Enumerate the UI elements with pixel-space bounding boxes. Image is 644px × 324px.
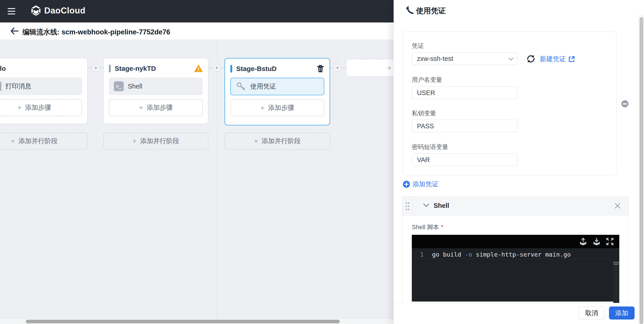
username-variable-input[interactable]	[412, 87, 517, 99]
horizontal-scrollbar[interactable]	[0, 318, 394, 324]
required-mark: *	[441, 224, 444, 230]
new-credential-link[interactable]: 新建凭证	[540, 55, 575, 64]
horizontal-scrollbar-thumb[interactable]	[26, 320, 340, 323]
drawer-footer: 取消 添加	[394, 303, 644, 324]
plus-icon: +	[11, 137, 15, 145]
credential-drawer: 使用凭证 凭证 zxw-ssh-test 新建凭证	[394, 0, 644, 324]
stage-name: Stage-BstuD	[236, 65, 316, 73]
chevron-down-icon	[508, 56, 514, 61]
stage-header: llo	[0, 63, 82, 74]
brand-logo[interactable]: DaoCloud	[31, 5, 85, 16]
shell-step-icon: >_	[114, 81, 124, 91]
insert-stage-button[interactable]: +	[334, 64, 341, 72]
close-icon[interactable]	[614, 202, 621, 209]
download-icon[interactable]	[592, 237, 601, 246]
shell-step-section: Shell Shell 脚本*	[402, 196, 629, 313]
add-parallel-stage-button[interactable]: + 添加并行阶段	[103, 133, 208, 150]
add-parallel-stage-button[interactable]: + 添加并行阶段	[224, 133, 330, 150]
vertical-scrollbar-thumb[interactable]	[640, 17, 643, 324]
step-item-selected[interactable]: 使用凭证	[230, 78, 324, 95]
plus-icon: +	[139, 104, 143, 112]
stage-name: Stage-nykTD	[115, 65, 194, 72]
trash-icon[interactable]	[316, 65, 324, 73]
warning-icon	[194, 65, 203, 72]
column-divider	[217, 40, 217, 318]
message-step-icon	[0, 81, 1, 91]
plus-icon: +	[260, 104, 265, 112]
column-divider	[338, 40, 338, 318]
shell-section-header[interactable]: Shell	[402, 197, 628, 215]
step-label: 使用凭证	[250, 82, 276, 91]
stage-header: Stage-nykTD	[109, 63, 203, 74]
key-icon	[236, 81, 246, 92]
editor-toolbar	[412, 235, 619, 248]
step-label: 打印消息	[6, 82, 32, 91]
daocloud-cube-icon	[31, 5, 41, 16]
credential-label: 凭证	[412, 42, 424, 50]
vertical-scrollbar[interactable]	[638, 16, 644, 324]
shell-section-title: Shell	[434, 202, 449, 209]
stage-card-selected[interactable]: Stage-BstuD 使用凭证	[224, 58, 330, 125]
brand-name: DaoCloud	[44, 6, 85, 16]
external-link-icon	[568, 56, 575, 63]
menu-icon[interactable]	[7, 7, 17, 16]
stage-accent-bar	[230, 65, 232, 73]
stage-card[interactable]: Stage-nykTD >_ Shell + 添加步骤	[103, 58, 208, 124]
code-text: go build -o simple-http-server main.go	[432, 251, 571, 258]
add-step-button[interactable]: + 添加步骤	[0, 99, 82, 116]
back-arrow-icon[interactable]	[10, 27, 19, 35]
stage-card[interactable]: llo 打印消息 + 添加步骤	[0, 58, 88, 124]
cancel-button[interactable]: 取消	[579, 306, 605, 319]
fullscreen-icon[interactable]	[606, 237, 614, 246]
curved-arrow-icon	[405, 6, 414, 15]
credential-select[interactable]: zxw-ssh-test	[412, 52, 517, 65]
chevron-down-icon[interactable]	[423, 203, 430, 208]
privatekey-variable-label: 私钥变量	[412, 109, 436, 117]
insert-stage-button[interactable]: +	[213, 64, 220, 72]
plus-icon: +	[254, 137, 258, 145]
username-variable-label: 用户名变量	[412, 76, 442, 84]
add-credential-link[interactable]: 添加凭证	[402, 180, 438, 189]
refresh-icon[interactable]	[526, 54, 536, 64]
step-item[interactable]: 打印消息	[0, 78, 82, 95]
editor-body[interactable]: 1 go build -o simple-http-server main.go	[412, 248, 619, 301]
passphrase-variable-input[interactable]	[412, 153, 517, 166]
plus-icon: +	[17, 104, 22, 112]
drag-handle-icon[interactable]	[402, 197, 413, 215]
drawer-title: 使用凭证	[416, 6, 446, 16]
plus-icon: +	[132, 137, 137, 145]
remove-credential-icon[interactable]	[621, 100, 628, 107]
stage-header: Stage-BstuD	[230, 63, 324, 75]
insert-stage-button[interactable]: +	[92, 64, 100, 72]
add-step-button[interactable]: + 添加步骤	[230, 99, 324, 116]
passphrase-variable-label: 密码短语变量	[412, 143, 448, 151]
plus-icon: +	[387, 64, 392, 72]
step-item[interactable]: >_ Shell	[109, 78, 203, 95]
add-parallel-stage-button[interactable]: + 添加并行阶段	[0, 133, 88, 150]
privatekey-variable-input[interactable]	[412, 120, 517, 132]
shell-script-label: Shell 脚本*	[412, 223, 443, 231]
code-line: 1 go build -o simple-http-server main.go	[412, 250, 613, 259]
stage-name: llo	[0, 65, 82, 72]
stage-accent-bar	[109, 65, 111, 72]
step-label: Shell	[128, 83, 142, 90]
page-title: 编辑流水线: scm-webhook-pipeline-7752de76	[22, 28, 170, 37]
submit-button[interactable]: 添加	[609, 306, 634, 319]
shell-script-editor[interactable]: 1 go build -o simple-http-server main.go	[412, 235, 619, 301]
add-step-button[interactable]: + 添加步骤	[109, 99, 203, 116]
line-number: 1	[412, 251, 432, 258]
upload-icon[interactable]	[579, 237, 588, 246]
credential-selected-value: zxw-ssh-test	[417, 55, 508, 63]
credential-card: 凭证 zxw-ssh-test 新建凭证	[402, 32, 616, 175]
pipeline-editor-page: DaoCloud 编辑流水线: scm-webhook-pipeline-775…	[0, 0, 644, 324]
circle-plus-icon	[402, 180, 410, 188]
